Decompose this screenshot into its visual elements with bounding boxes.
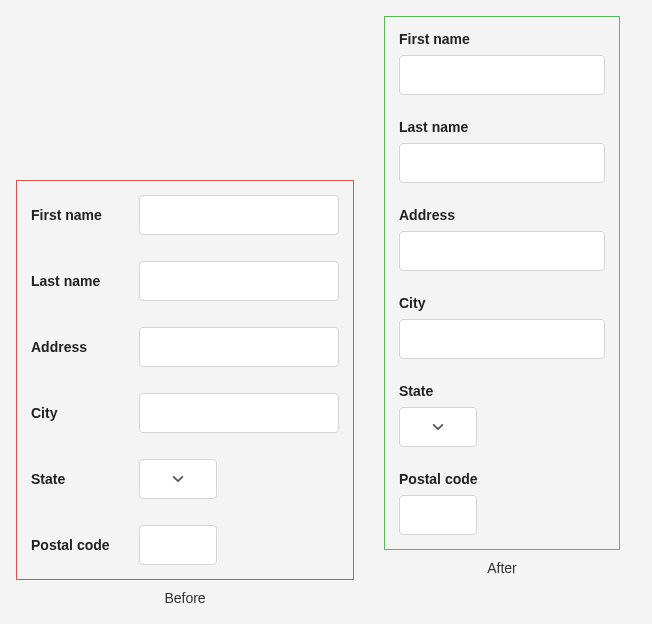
state-select[interactable] xyxy=(399,407,477,447)
postal-code-label: Postal code xyxy=(399,471,605,487)
before-panel: First name Last name Address City State xyxy=(16,180,354,580)
first-name-input[interactable] xyxy=(399,55,605,95)
last-name-label: Last name xyxy=(399,119,605,135)
city-label: City xyxy=(31,405,139,421)
city-input[interactable] xyxy=(399,319,605,359)
postal-code-input[interactable] xyxy=(139,525,217,565)
form-row-last-name: Last name xyxy=(31,261,339,301)
address-input[interactable] xyxy=(399,231,605,271)
chevron-down-icon xyxy=(171,472,185,486)
state-label: State xyxy=(399,383,605,399)
address-label: Address xyxy=(399,207,605,223)
city-input[interactable] xyxy=(139,393,339,433)
form-row-last-name: Last name xyxy=(399,119,605,183)
state-label: State xyxy=(31,471,139,487)
postal-code-label: Postal code xyxy=(31,537,139,553)
address-input[interactable] xyxy=(139,327,339,367)
first-name-label: First name xyxy=(399,31,605,47)
city-label: City xyxy=(399,295,605,311)
form-row-first-name: First name xyxy=(31,195,339,235)
after-panel: First name Last name Address City State xyxy=(384,16,620,550)
form-row-state: State xyxy=(399,383,605,447)
address-label: Address xyxy=(31,339,139,355)
first-name-label: First name xyxy=(31,207,139,223)
form-row-postal-code: Postal code xyxy=(31,525,339,565)
form-row-address: Address xyxy=(31,327,339,367)
chevron-down-icon xyxy=(431,420,445,434)
before-caption: Before xyxy=(164,590,205,606)
first-name-input[interactable] xyxy=(139,195,339,235)
last-name-input[interactable] xyxy=(399,143,605,183)
after-caption: After xyxy=(487,560,517,576)
before-panel-wrapper: First name Last name Address City State xyxy=(16,16,354,606)
form-row-first-name: First name xyxy=(399,31,605,95)
form-row-city: City xyxy=(399,295,605,359)
after-panel-wrapper: First name Last name Address City State xyxy=(384,16,620,576)
last-name-label: Last name xyxy=(31,273,139,289)
last-name-input[interactable] xyxy=(139,261,339,301)
form-row-city: City xyxy=(31,393,339,433)
form-row-postal-code: Postal code xyxy=(399,471,605,535)
form-row-address: Address xyxy=(399,207,605,271)
state-select[interactable] xyxy=(139,459,217,499)
postal-code-input[interactable] xyxy=(399,495,477,535)
form-row-state: State xyxy=(31,459,339,499)
